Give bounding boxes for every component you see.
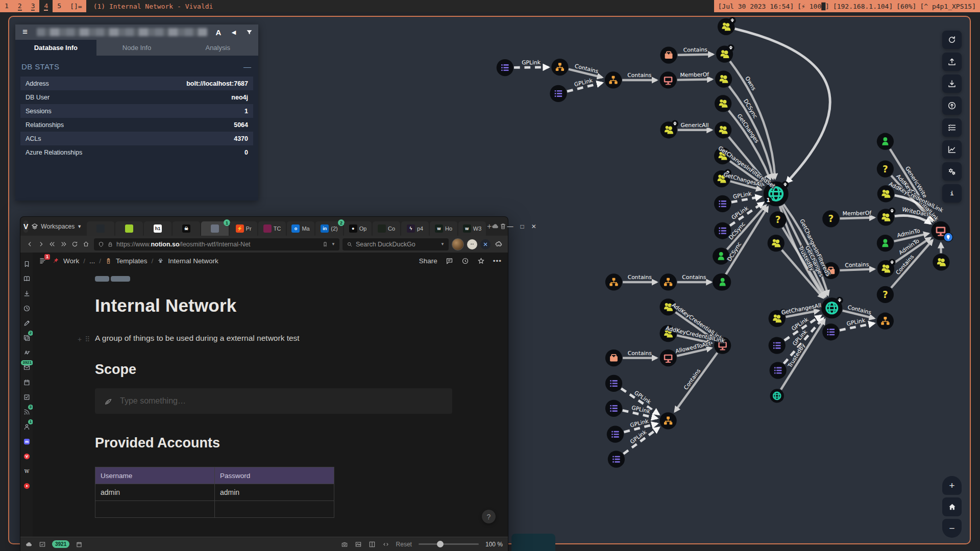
tiling-icon[interactable] [369, 541, 376, 548]
url-field[interactable]: https://www.notion.so/leosmith-wtf/Inter… [94, 238, 339, 251]
mail-check-icon[interactable] [39, 541, 46, 548]
scope-input[interactable]: Type something… [95, 388, 452, 414]
sync-status-icon[interactable] [26, 541, 33, 548]
calendar-icon[interactable] [76, 541, 83, 548]
fast-forward-button[interactable] [58, 239, 68, 250]
updates-clock-icon[interactable] [461, 257, 469, 265]
breadcrumb-page[interactable]: Internal Network [168, 257, 218, 265]
upload-button[interactable] [942, 53, 962, 71]
minimize-button[interactable]: — [507, 223, 513, 230]
download-button[interactable] [942, 74, 962, 93]
more-options-button[interactable]: ••• [493, 257, 502, 265]
panel-translate-icon[interactable] [21, 345, 32, 360]
zoom-reset-label[interactable]: Reset [396, 541, 412, 548]
pathfinding-icon[interactable]: A [212, 27, 225, 38]
browser-tab[interactable] [87, 221, 114, 236]
accounts-heading[interactable]: Provided Accounts [95, 435, 220, 451]
home-button[interactable] [81, 239, 91, 250]
tab-database-info[interactable]: Database Info [15, 40, 96, 56]
zoom-home-button[interactable] [942, 497, 962, 516]
bookmark-flag-icon[interactable] [322, 241, 328, 247]
favorite-star-icon[interactable] [477, 257, 485, 265]
screenshot-icon[interactable] [341, 541, 348, 548]
tmux-window-5[interactable]: 5 [53, 0, 66, 12]
search-field[interactable]: Search DuckDuckGo ▼ [342, 238, 449, 251]
block-handles[interactable]: +⠿ [78, 335, 90, 343]
raw-query-stub[interactable] [511, 534, 555, 551]
scope-heading[interactable]: Scope [95, 362, 136, 378]
rewind-button[interactable] [47, 239, 57, 250]
browser-tab[interactable]: Co [373, 221, 400, 236]
panel-youtube-icon[interactable] [21, 479, 32, 493]
table-cell[interactable] [95, 501, 215, 518]
breadcrumb-work[interactable]: Work [63, 257, 79, 265]
page-description[interactable]: A group of things to be used during a ex… [95, 334, 300, 343]
url-dropdown-caret[interactable]: ▼ [331, 242, 335, 246]
panel-downloads-icon[interactable] [21, 286, 32, 301]
zoom-slider-knob[interactable] [437, 541, 444, 547]
search-input-redacted[interactable] [37, 28, 207, 36]
page-title[interactable]: Internal Network [95, 295, 236, 316]
chart-button[interactable] [942, 140, 962, 159]
panel-contacts-icon[interactable]: 1 [21, 419, 32, 434]
tab-analysis[interactable]: Analysis [177, 40, 258, 56]
tmux-flag[interactable]: []= [66, 0, 86, 12]
reload-button[interactable] [69, 239, 80, 250]
column-header[interactable]: Password [215, 467, 334, 484]
close-button[interactable]: ✕ [531, 223, 536, 230]
browser-tab[interactable]: wHo [430, 221, 457, 236]
browser-tab[interactable]: wW3 [458, 221, 486, 236]
back-button[interactable] [24, 239, 35, 250]
code-icon[interactable] [382, 541, 389, 548]
browser-tab[interactable]: ϟp4 [401, 221, 429, 236]
refresh-button[interactable] [942, 31, 962, 49]
panel-reading-list-icon[interactable] [21, 271, 32, 286]
panel-mastodon-icon[interactable]: m [21, 434, 32, 449]
import-button[interactable] [942, 96, 962, 115]
back-icon[interactable]: ◀ [228, 27, 240, 38]
zoom-slider[interactable] [419, 543, 479, 545]
settings-button[interactable] [942, 162, 962, 181]
panel-bookmarks-icon[interactable] [21, 257, 32, 271]
browser-tab[interactable]: ●Op [344, 221, 372, 236]
tab-node-info[interactable]: Node Info [96, 40, 178, 56]
panel-history-icon[interactable] [21, 301, 32, 316]
browser-tab-active[interactable]: 1 [201, 221, 229, 236]
browser-tab[interactable]: ☠ [173, 221, 200, 236]
panel-vivaldi-icon[interactable]: V [21, 449, 32, 464]
trash-icon[interactable] [499, 220, 507, 233]
tmux-window-1[interactable]: 1 [0, 0, 13, 12]
browser-tab[interactable]: ⚡Pr [230, 221, 257, 236]
panel-feeds-icon[interactable]: 3 [21, 405, 32, 419]
share-button[interactable]: Share [419, 257, 437, 265]
zoom-in-button[interactable]: + [942, 476, 962, 495]
browser-tab[interactable]: TC [258, 221, 286, 236]
table-cell[interactable]: admin [215, 484, 334, 501]
checklist-button[interactable] [942, 118, 962, 137]
comments-icon[interactable] [446, 257, 453, 265]
browser-tab[interactable]: in(2)2 [315, 221, 343, 236]
filter-icon[interactable] [243, 27, 255, 38]
tmux-window-4[interactable]: 4 [39, 0, 53, 12]
breadcrumb-templates[interactable]: Templates [116, 257, 148, 265]
panel-calendar-icon[interactable] [21, 375, 32, 390]
about-button[interactable]: i [942, 184, 962, 203]
workspaces-button[interactable]: Workspaces ▼ [31, 223, 82, 230]
vivaldi-menu-icon[interactable]: V [23, 220, 28, 233]
browser-tab[interactable]: oMa [287, 221, 314, 236]
table-cell[interactable] [215, 501, 334, 518]
page-actions-icon[interactable] [355, 541, 362, 548]
maximize-button[interactable]: □ [520, 223, 524, 230]
help-button[interactable]: ? [482, 510, 496, 523]
notifications-menu-icon[interactable]: 1 [39, 257, 48, 265]
breadcrumb-ellipsis[interactable]: ... [89, 257, 95, 265]
panel-notes-icon[interactable] [21, 316, 32, 331]
search-dropdown-caret[interactable]: ▼ [440, 242, 445, 246]
browser-tab[interactable]: h1 [144, 221, 172, 236]
zoom-out-button[interactable]: − [942, 519, 962, 538]
blocker-icon[interactable] [480, 239, 491, 249]
panel-mail-icon[interactable]: 3921 [21, 360, 32, 375]
sync-cloud-icon[interactable] [492, 220, 499, 233]
tmux-window-3[interactable]: 3 [27, 0, 40, 12]
forward-button[interactable] [36, 239, 46, 250]
